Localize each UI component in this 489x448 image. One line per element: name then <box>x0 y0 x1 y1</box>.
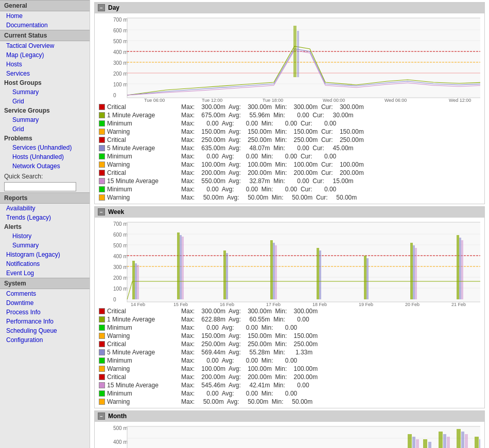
svg-text:700 m: 700 m <box>113 17 128 23</box>
svg-text:400 m: 400 m <box>113 49 128 55</box>
notifications-link[interactable]: Notifications <box>0 259 90 268</box>
stats-row: Warning Max: 150.00m Avg: 150.00m Min: 1… <box>99 128 480 136</box>
svg-text:100 m: 100 m <box>113 82 128 87</box>
comments-link[interactable]: Comments <box>0 289 90 298</box>
stats-row: Minimum Max: 0.00 Avg: 0.00 Min: 0.00 <box>99 324 480 332</box>
stats-row: Warning Max: 50.00m Avg: 50.00m Min: 50.… <box>99 193 480 202</box>
week-collapse-btn[interactable]: − <box>98 208 105 216</box>
day-stats-table: Critical Max: 300.00m Avg: 300.00m Min: … <box>99 103 480 202</box>
stats-row: Minimum Max: 0.00 Avg: 0.00 Min: 0.00 Cu… <box>99 185 480 193</box>
month-section-header: − Month <box>95 411 484 422</box>
week-chart: 700 m 600 m 500 m 400 m 300 m 200 m 100 … <box>99 220 480 307</box>
svg-rect-103 <box>475 437 479 448</box>
stats-row: Warning Max: 50.00m Avg: 50.00m Min: 50.… <box>99 398 480 406</box>
svg-text:14 Feb: 14 Feb <box>131 302 145 307</box>
svg-rect-101 <box>461 432 464 448</box>
svg-rect-58 <box>223 250 226 299</box>
configuration-link[interactable]: Configuration <box>0 335 90 345</box>
stats-row: 1 Minute Average Max: 675.00m Avg: 55.96… <box>99 111 480 119</box>
stats-row: 15 Minute Average Max: 550.00m Avg: 32.8… <box>99 177 480 185</box>
host-groups-grid-link[interactable]: Grid <box>0 97 90 106</box>
svg-rect-80 <box>127 426 480 448</box>
svg-text:500 m: 500 m <box>113 39 128 44</box>
alerts-history-link[interactable]: History <box>0 231 90 241</box>
stats-row: 5 Minute Average Max: 635.00m Avg: 48.07… <box>99 144 480 152</box>
svg-rect-102 <box>465 434 468 448</box>
hosts-unhandled-link[interactable]: Hosts (Unhandled) <box>0 152 90 162</box>
alerts-summary-link[interactable]: Summary <box>0 241 90 250</box>
general-section-header: General <box>0 0 90 11</box>
stats-row: Minimum Max: 0.00 Avg: 0.00 Min: 0.00 Cu… <box>99 119 480 128</box>
svg-rect-69 <box>415 248 417 299</box>
svg-text:100 m: 100 m <box>113 286 128 292</box>
svg-text:200 m: 200 m <box>113 71 128 77</box>
svg-rect-70 <box>457 235 459 299</box>
month-section: − Month 500 m 400 m 300 m 200 m 100 m 0 <box>94 410 485 448</box>
svg-rect-57 <box>182 237 184 299</box>
stats-row: Minimum Max: 0.00 Avg: 0.00 Min: 0.00 <box>99 356 480 365</box>
week-stats-table: Critical Max: 300.00m Avg: 300.00m Min: … <box>99 307 480 406</box>
month-chart-area: 500 m 400 m 300 m 200 m 100 m 0 Week 0 <box>95 422 484 448</box>
month-title: Month <box>108 413 127 420</box>
performance-info-link[interactable]: Performance Info <box>0 317 90 326</box>
svg-text:200 m: 200 m <box>113 275 128 281</box>
hosts-link[interactable]: Hosts <box>0 60 90 69</box>
svg-text:500 m: 500 m <box>113 425 128 431</box>
stats-row: Critical Max: 200.00m Avg: 200.00m Min: … <box>99 373 480 381</box>
trends-link[interactable]: Trends (Legacy) <box>0 213 90 222</box>
svg-rect-52 <box>132 261 135 299</box>
svg-rect-96 <box>428 442 431 448</box>
host-groups-summary-link[interactable]: Summary <box>0 87 90 97</box>
stats-row: Critical Max: 250.00m Avg: 250.00m Min: … <box>99 340 480 348</box>
availability-link[interactable]: Availability <box>0 204 90 213</box>
svg-text:Tue 06:00: Tue 06:00 <box>144 98 165 103</box>
map-link[interactable]: Map (Legacy) <box>0 50 90 60</box>
svg-text:0: 0 <box>113 93 116 98</box>
day-section-header: − Day <box>95 3 484 13</box>
event-log-link[interactable]: Event Log <box>0 268 90 278</box>
svg-rect-97 <box>439 432 443 448</box>
svg-text:20 Feb: 20 Feb <box>405 302 420 307</box>
week-chart-area: 700 m 600 m 500 m 400 m 300 m 200 m 100 … <box>95 218 484 408</box>
month-chart: 500 m 400 m 300 m 200 m 100 m 0 Week 0 <box>99 424 480 448</box>
svg-text:300 m: 300 m <box>113 60 128 66</box>
svg-text:21 Feb: 21 Feb <box>451 302 466 307</box>
service-groups-grid-link[interactable]: Grid <box>0 124 90 134</box>
svg-rect-59 <box>226 253 228 299</box>
day-collapse-btn[interactable]: − <box>98 4 105 11</box>
network-outages-link[interactable]: Network Outages <box>0 162 90 171</box>
quick-search-label: Quick Search: <box>0 171 90 181</box>
tactical-overview-link[interactable]: Tactical Overview <box>0 41 90 50</box>
stats-row: Critical Max: 200.00m Avg: 200.00m Min: … <box>99 169 480 177</box>
svg-rect-64 <box>319 250 321 299</box>
quick-search-input[interactable] <box>4 182 76 191</box>
stats-row: Critical Max: 300.00m Avg: 300.00m Min: … <box>99 307 480 315</box>
month-collapse-btn[interactable]: − <box>98 413 105 420</box>
documentation-link[interactable]: Documentation <box>0 21 90 30</box>
host-groups-label: Host Groups <box>0 78 90 87</box>
process-info-link[interactable]: Process Info <box>0 308 90 317</box>
day-title: Day <box>108 4 119 11</box>
service-groups-summary-link[interactable]: Summary <box>0 115 90 124</box>
svg-text:18 Feb: 18 Feb <box>312 302 327 307</box>
svg-text:Tue 18:00: Tue 18:00 <box>263 98 283 103</box>
home-link[interactable]: Home <box>0 11 90 21</box>
day-chart-area: 700 m 600 m 500 m 400 m 300 m 200 m 100 … <box>95 13 484 204</box>
svg-rect-72 <box>461 240 463 299</box>
svg-text:300 m: 300 m <box>113 264 128 270</box>
svg-rect-61 <box>273 243 275 299</box>
services-link[interactable]: Services <box>0 69 90 78</box>
day-chart: 700 m 600 m 500 m 400 m 300 m 200 m 100 … <box>99 15 480 103</box>
svg-rect-100 <box>457 429 461 448</box>
stats-row: 5 Minute Average Max: 569.44m Avg: 55.28… <box>99 348 480 356</box>
svg-rect-93 <box>412 437 415 448</box>
stats-row: Warning Max: 100.00m Avg: 100.00m Min: 1… <box>99 365 480 373</box>
services-unhandled-link[interactable]: Services (Unhandled) <box>0 143 90 152</box>
histogram-link[interactable]: Histogram (Legacy) <box>0 250 90 259</box>
svg-rect-63 <box>317 248 319 299</box>
scheduling-queue-link[interactable]: Scheduling Queue <box>0 326 90 335</box>
current-status-section-header: Current Status <box>0 30 90 41</box>
downtime-link[interactable]: Downtime <box>0 298 90 308</box>
svg-rect-95 <box>423 439 427 448</box>
svg-text:600 m: 600 m <box>113 232 128 238</box>
